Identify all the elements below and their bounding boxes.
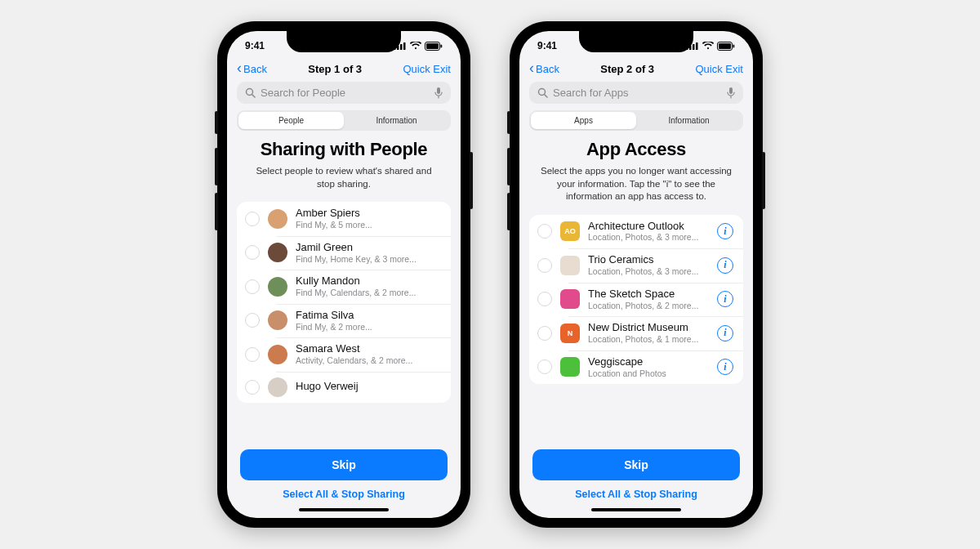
tab-apps[interactable]: Apps	[531, 112, 636, 129]
search-placeholder: Search for Apps	[553, 87, 629, 99]
list-item[interactable]: Samara WestActivity, Calendars, & 2 more…	[237, 337, 451, 372]
home-indicator[interactable]	[591, 508, 681, 511]
skip-button[interactable]: Skip	[240, 449, 448, 480]
wifi-icon	[410, 42, 421, 50]
person-detail: Find My, & 2 more...	[296, 322, 441, 333]
avatar	[268, 243, 287, 262]
app-icon: AO	[560, 221, 580, 241]
quick-exit-button[interactable]: Quick Exit	[695, 63, 743, 75]
list-item[interactable]: Jamil GreenFind My, Home Key, & 3 more..…	[237, 236, 451, 270]
back-button[interactable]: ‹ Back	[529, 62, 559, 75]
page-subtitle: Select people to review what's shared an…	[237, 165, 451, 202]
svg-line-8	[252, 95, 256, 98]
checkbox[interactable]	[537, 292, 552, 306]
skip-button[interactable]: Skip	[532, 449, 740, 480]
person-detail: Find My, & 5 more...	[296, 220, 441, 230]
select-all-stop-button[interactable]: Select All & Stop Sharing	[240, 489, 448, 505]
search-icon	[245, 87, 256, 98]
segmented-control[interactable]: People Information	[237, 110, 451, 131]
checkbox[interactable]	[537, 326, 552, 341]
list-item[interactable]: The Sketch SpaceLocation, Photos, & 2 mo…	[529, 283, 743, 317]
avatar	[268, 345, 287, 364]
people-list: Amber SpiersFind My, & 5 more... Jamil G…	[237, 202, 451, 403]
select-all-stop-button[interactable]: Select All & Stop Sharing	[532, 489, 740, 505]
checkbox[interactable]	[537, 359, 552, 374]
list-item[interactable]: Hugo Verweij	[237, 372, 451, 403]
footer: Skip Select All & Stop Sharing	[227, 441, 461, 518]
page-title: Sharing with People	[237, 139, 451, 160]
tab-information[interactable]: Information	[636, 112, 742, 129]
svg-rect-13	[696, 42, 698, 50]
info-icon[interactable]: i	[717, 223, 733, 239]
mic-icon[interactable]	[727, 87, 735, 99]
mute-switch	[507, 111, 510, 134]
checkbox[interactable]	[537, 224, 552, 239]
checkbox[interactable]	[245, 313, 260, 328]
back-button[interactable]: ‹ Back	[237, 62, 267, 75]
status-indicators	[394, 42, 443, 51]
list-item[interactable]: Fatima SilvaFind My, & 2 more...	[237, 304, 451, 338]
avatar	[268, 209, 287, 229]
checkbox[interactable]	[245, 347, 260, 362]
app-name: Trio Ceramics	[588, 254, 709, 266]
checkbox[interactable]	[245, 380, 260, 395]
home-indicator[interactable]	[299, 508, 389, 511]
screen: 9:41 ‹ Back Step 1 of 3 Quick Exit Searc…	[227, 31, 461, 518]
app-icon	[560, 256, 580, 275]
quick-exit-button[interactable]: Quick Exit	[403, 63, 451, 75]
search-field[interactable]: Search for People	[237, 82, 451, 104]
app-name: Veggiscape	[588, 356, 709, 368]
app-detail: Location, Photos, & 2 more...	[588, 301, 709, 311]
checkbox[interactable]	[245, 212, 260, 226]
list-item[interactable]: AO Architecture OutlookLocation, Photos,…	[529, 215, 743, 249]
avatar	[268, 310, 287, 330]
info-icon[interactable]: i	[717, 257, 733, 274]
footer: Skip Select All & Stop Sharing	[519, 441, 753, 518]
checkbox[interactable]	[245, 245, 260, 260]
screen: 9:41 ‹ Back Step 2 of 3 Quick Exit Searc…	[519, 31, 753, 518]
person-name: Hugo Verweij	[296, 381, 441, 393]
info-icon[interactable]: i	[717, 325, 733, 341]
list-item[interactable]: VeggiscapeLocation and Photos i	[529, 350, 743, 385]
checkbox[interactable]	[537, 258, 552, 273]
avatar	[268, 377, 287, 397]
mic-icon[interactable]	[434, 87, 443, 99]
tab-information[interactable]: Information	[344, 112, 449, 129]
content: Sharing with People Select people to rev…	[227, 139, 461, 441]
power-button	[762, 152, 765, 209]
content: App Access Select the apps you no longer…	[519, 139, 753, 441]
svg-rect-19	[729, 87, 733, 94]
status-indicators	[686, 42, 735, 51]
svg-rect-5	[426, 43, 439, 49]
avatar	[268, 277, 287, 297]
list-item[interactable]: Amber SpiersFind My, & 5 more...	[237, 202, 451, 236]
person-detail: Activity, Calendars, & 2 more...	[296, 355, 441, 366]
status-time: 9:41	[537, 40, 557, 51]
back-label: Back	[536, 63, 559, 75]
wifi-icon	[702, 42, 714, 50]
app-name: New District Museum	[588, 322, 709, 334]
list-item[interactable]: Trio CeramicsLocation, Photos, & 3 more.…	[529, 248, 743, 283]
app-detail: Location, Photos, & 3 more...	[588, 232, 709, 243]
volume-down	[507, 193, 510, 230]
info-icon[interactable]: i	[717, 359, 733, 375]
svg-rect-3	[403, 42, 406, 50]
status-time: 9:41	[245, 40, 265, 51]
nav-bar: ‹ Back Step 1 of 3 Quick Exit	[227, 60, 461, 82]
person-name: Samara West	[296, 343, 441, 355]
checkbox[interactable]	[245, 279, 260, 294]
battery-icon	[425, 42, 443, 51]
person-name: Jamil Green	[296, 242, 441, 254]
tab-people[interactable]: People	[238, 112, 344, 129]
page-subtitle: Select the apps you no longer want acces…	[529, 165, 743, 215]
info-icon[interactable]: i	[717, 291, 733, 307]
list-item[interactable]: N New District MuseumLocation, Photos, &…	[529, 316, 743, 350]
segmented-control[interactable]: Apps Information	[529, 110, 743, 131]
person-detail: Find My, Home Key, & 3 more...	[296, 254, 441, 265]
app-name: Architecture Outlook	[588, 221, 709, 233]
svg-rect-12	[693, 44, 695, 50]
list-item[interactable]: Kully MandonFind My, Calendars, & 2 more…	[237, 270, 451, 304]
search-field[interactable]: Search for Apps	[529, 82, 743, 104]
person-name: Amber Spiers	[296, 208, 441, 220]
app-icon	[560, 357, 580, 377]
